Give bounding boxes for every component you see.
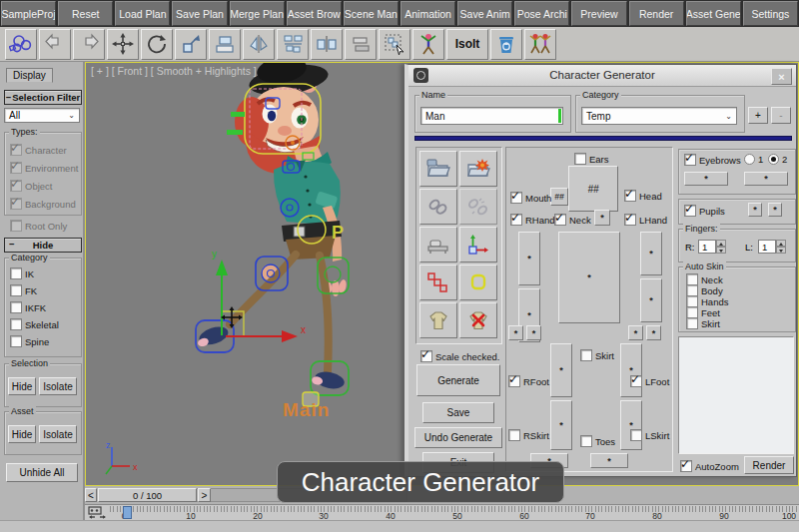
menu-render[interactable]: Render xyxy=(629,1,684,26)
scale-tool-button[interactable] xyxy=(175,29,207,60)
type-object-checkbox[interactable]: Object xyxy=(10,180,52,192)
menu-save-plan[interactable]: Save Plan xyxy=(172,1,227,26)
main-controller-label[interactable]: Main xyxy=(283,399,330,420)
rskirt-checkbox[interactable]: RSkirt xyxy=(508,429,549,441)
mirror-pair-button[interactable] xyxy=(311,29,343,60)
pupil-right-slot[interactable]: * xyxy=(768,203,782,217)
left-leg-lower-slot[interactable]: * xyxy=(620,400,642,450)
character-tool-button[interactable] xyxy=(412,29,444,60)
menu-asset-browser[interactable]: Asset Brow xyxy=(287,1,342,26)
menu-animation[interactable]: Animation xyxy=(400,1,455,26)
frame-ruler[interactable]: 0 10 20 30 40 50 60 70 80 90 100 xyxy=(110,505,797,521)
left-hand-slot-b[interactable]: * xyxy=(646,325,661,340)
menu-settings[interactable]: Settings xyxy=(743,1,798,26)
rhand-checkbox[interactable]: RHand xyxy=(510,214,555,226)
rollout-hide[interactable]: −Hide xyxy=(4,238,82,253)
rollout-selection-filter[interactable]: −Selection Filter xyxy=(4,90,82,105)
pupil-left-slot[interactable]: * xyxy=(748,203,762,217)
lhand-checkbox[interactable]: LHand xyxy=(624,214,667,226)
category-add-button[interactable]: + xyxy=(748,107,768,124)
fingers-l-spinner[interactable]: 1 xyxy=(758,240,786,254)
characters-pair-button[interactable] xyxy=(524,29,556,60)
head-checkbox[interactable]: Head xyxy=(624,190,662,202)
type-environment-checkbox[interactable]: Environment xyxy=(10,162,78,174)
menu-reset[interactable]: Reset xyxy=(58,1,113,26)
spinner-up-icon[interactable] xyxy=(716,240,726,247)
menu-pose-archive[interactable]: Pose Archi xyxy=(514,1,569,26)
trackbar-toggle-icon[interactable] xyxy=(88,506,108,519)
eyebrow-left-slot[interactable]: * xyxy=(684,172,728,186)
left-arm-lower-slot[interactable]: * xyxy=(640,278,662,322)
controller-shape-button[interactable] xyxy=(459,265,497,300)
torso-slot[interactable]: * xyxy=(558,232,620,323)
dialog-title-bar[interactable]: Character Generator × xyxy=(408,65,796,87)
category-skeletal-checkbox[interactable]: Skeletal xyxy=(10,318,59,330)
type-background-checkbox[interactable]: Background xyxy=(10,198,76,210)
delete-button[interactable] xyxy=(490,29,522,60)
rotate-tool-button[interactable] xyxy=(141,29,173,60)
left-leg-upper-slot[interactable]: * xyxy=(620,343,642,397)
left-foot-slot[interactable]: * xyxy=(590,453,628,468)
bone-chain-button[interactable] xyxy=(419,265,457,300)
left-arm-upper-slot[interactable]: * xyxy=(640,232,662,275)
selection-filter-dropdown[interactable]: All⌄ xyxy=(4,108,80,123)
current-frame-marker[interactable] xyxy=(123,506,132,519)
remove-cloth-button[interactable] xyxy=(459,302,497,338)
rest-pose-button[interactable] xyxy=(419,227,457,263)
menu-merge-plan[interactable]: Merge Plan xyxy=(230,1,285,26)
menu-asset-generator[interactable]: Asset Gene xyxy=(686,1,741,26)
frame-next-button[interactable]: > xyxy=(198,488,211,502)
align-tool-button[interactable] xyxy=(209,29,241,60)
type-character-checkbox[interactable]: Character xyxy=(10,144,67,156)
category-dropdown[interactable]: Temp⌄ xyxy=(581,107,737,125)
generate-button[interactable]: Generate xyxy=(416,364,500,396)
category-remove-button[interactable]: - xyxy=(771,107,791,124)
cloth-button[interactable] xyxy=(419,302,457,338)
ears-checkbox[interactable]: Ears xyxy=(574,153,609,165)
head-slot-button[interactable]: ## xyxy=(568,166,618,212)
mirror-tool-button[interactable] xyxy=(243,29,275,60)
menu-load-plan[interactable]: Load Plan xyxy=(115,1,170,26)
new-preset-button[interactable] xyxy=(459,151,497,187)
category-ikfk-checkbox[interactable]: IKFK xyxy=(10,301,46,313)
eyebrow-right-slot[interactable]: * xyxy=(744,172,788,186)
right-leg-upper-slot[interactable]: * xyxy=(550,343,572,397)
selection-isolate-button[interactable]: Isolate xyxy=(39,377,77,395)
save-button[interactable]: Save xyxy=(422,402,494,423)
toes-checkbox[interactable]: Toes xyxy=(580,435,615,447)
undo-button[interactable] xyxy=(39,29,71,60)
render-button[interactable]: Render xyxy=(744,456,794,474)
isolate-button[interactable]: Isolt xyxy=(446,29,488,60)
autozoom-checkbox[interactable]: AutoZoom xyxy=(680,460,739,472)
category-fk-checkbox[interactable]: FK xyxy=(10,284,37,296)
camera-tool-button[interactable] xyxy=(5,29,37,60)
asset-isolate-button[interactable]: Isolate xyxy=(39,425,77,443)
rfoot-checkbox[interactable]: RFoot xyxy=(508,375,549,387)
eyebrows-option-1-radio[interactable]: 1 xyxy=(744,154,763,165)
lskirt-checkbox[interactable]: LSkirt xyxy=(630,429,669,441)
fingers-r-spinner[interactable]: 1 xyxy=(698,240,726,254)
menu-sampleproj[interactable]: SampleProj xyxy=(1,1,56,26)
neck-checkbox[interactable]: Neck xyxy=(554,214,591,226)
spinner-down-icon[interactable] xyxy=(776,247,786,254)
lfoot-checkbox[interactable]: LFoot xyxy=(630,375,669,387)
mouth-slot-button[interactable]: ## xyxy=(550,188,568,206)
unlink-button[interactable] xyxy=(459,189,497,225)
autoskin-skirt-checkbox[interactable]: Skirt xyxy=(686,317,720,329)
eyebrows-checkbox[interactable]: Eyebrows xyxy=(684,154,741,166)
link-button[interactable] xyxy=(419,189,457,225)
redo-button[interactable] xyxy=(73,29,105,60)
menu-scene-manager[interactable]: Scene Man xyxy=(344,1,399,26)
asset-hide-button[interactable]: Hide xyxy=(8,425,36,443)
skirt-checkbox[interactable]: Skirt xyxy=(580,349,614,361)
time-slider-handle[interactable]: 0 / 100 xyxy=(98,488,197,502)
right-arm-upper-slot[interactable]: * xyxy=(518,232,540,285)
right-leg-lower-slot[interactable]: * xyxy=(550,400,572,450)
category-spine-checkbox[interactable]: Spine xyxy=(10,335,49,347)
schematic-view-button[interactable] xyxy=(277,29,309,60)
root-only-checkbox[interactable]: Root Only xyxy=(10,220,67,232)
right-hand-slot-a[interactable]: * xyxy=(508,325,523,340)
undo-generate-button[interactable]: Undo Generate xyxy=(414,427,502,448)
menu-save-anim[interactable]: Save Anim xyxy=(457,1,512,26)
menu-preview[interactable]: Preview xyxy=(571,1,626,26)
